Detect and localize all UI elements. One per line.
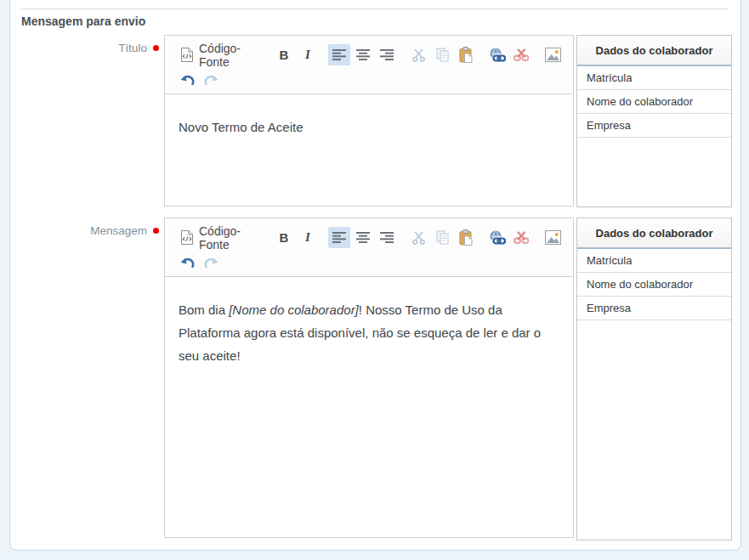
paste-icon [459,47,473,63]
italic-button[interactable]: I [297,44,319,65]
collaborator-panel-header: Dados do colaborador [577,36,731,66]
image-button[interactable] [542,227,564,248]
paste-button[interactable] [455,227,477,248]
mensagem-editor-content[interactable]: Bom dia [Nome do colaborador]! Nosso Ter… [165,277,573,537]
titulo-field-label: Título [118,42,147,54]
form-row-mensagem: Mensagem Código-Fonte B I [21,218,740,540]
align-right-icon [380,232,394,243]
copy-icon [436,230,449,245]
required-indicator [153,228,159,234]
align-left-button[interactable] [328,227,350,248]
italic-icon: I [305,48,310,62]
align-center-button[interactable] [352,227,374,248]
mensagem-field-label: Mensagem [90,224,147,237]
align-center-icon [356,232,371,243]
bold-icon: B [280,48,289,62]
unlink-button[interactable] [510,44,532,65]
redo-button[interactable] [200,70,222,91]
image-button[interactable] [542,44,564,65]
panel-row-matricula[interactable]: Matrícula [577,249,731,273]
bold-button[interactable]: B [273,227,295,248]
image-icon [545,230,561,245]
panel-row-matricula[interactable]: Matrícula [577,66,731,90]
section-title: Mensagem para envio [21,14,740,29]
image-icon [545,48,561,62]
undo-icon [179,74,196,87]
panel-row-empresa[interactable]: Empresa [577,114,731,138]
align-left-button[interactable] [328,44,350,65]
mensagem-richtext-editor: Código-Fonte B I [164,218,574,538]
source-code-icon [179,47,195,63]
required-indicator [153,45,159,51]
link-button[interactable] [486,227,508,248]
bold-icon: B [280,230,289,245]
titulo-editor-content[interactable]: Novo Termo de Aceite [165,94,573,206]
link-icon [489,48,506,62]
panel-row-empresa[interactable]: Empresa [577,297,731,320]
italic-button[interactable]: I [297,227,319,248]
link-button[interactable] [486,44,508,65]
toolbar-row-2 [175,252,565,274]
bold-button[interactable]: B [273,44,295,65]
paste-button[interactable] [455,44,477,65]
toolbar-row-1: Código-Fonte B I [175,41,565,69]
mensagem-editor-toolbar: Código-Fonte B I [165,218,573,277]
align-center-button[interactable] [352,44,374,65]
align-left-icon [332,49,347,60]
source-code-icon [179,229,195,246]
unlink-icon [514,48,529,62]
cut-button[interactable] [407,227,429,248]
paste-icon [459,229,473,246]
align-right-button[interactable] [376,44,398,65]
source-code-button[interactable]: Código-Fonte [176,227,264,248]
redo-icon [203,74,219,87]
mensagem-label-cell: Mensagem [21,222,164,239]
link-icon [489,230,506,245]
titulo-richtext-editor: Código-Fonte B I [164,35,574,206]
italic-icon: I [305,230,310,245]
panel-empty-area [577,320,731,540]
cut-icon [411,48,426,62]
source-code-label: Código-Fonte [199,42,260,69]
form-row-titulo: Título Código-Fonte B I [21,35,740,207]
copy-button[interactable] [431,227,453,248]
align-right-icon [380,49,394,60]
unlink-button[interactable] [510,227,532,248]
toolbar-row-2 [175,69,565,92]
undo-button[interactable] [176,252,198,274]
titulo-editor-toolbar: Código-Fonte B I [165,36,573,94]
panel-row-nome[interactable]: Nome do colaborador [577,90,731,114]
undo-icon [179,257,196,269]
unlink-icon [514,231,529,245]
mensagem-text-italic: [Nome do colaborador] [229,303,359,317]
copy-icon [436,48,449,62]
copy-button[interactable] [431,44,453,65]
mensagem-text-prefix: Bom dia [179,303,229,317]
collaborator-panel-header: Dados do colaborador [577,218,731,249]
source-code-button[interactable]: Código-Fonte [176,44,264,65]
cut-button[interactable] [407,44,429,65]
undo-button[interactable] [176,70,198,91]
cut-icon [411,231,426,245]
redo-button[interactable] [200,252,222,274]
redo-icon [203,257,219,269]
titulo-label-cell: Título [21,39,164,56]
align-right-button[interactable] [376,227,398,248]
panel-row-nome[interactable]: Nome do colaborador [577,273,731,297]
panel-empty-area [577,138,731,206]
collaborator-data-panel: Dados do colaborador Matrícula Nome do c… [576,35,732,207]
titulo-text-prefix: Novo Termo de Aceite [179,120,303,134]
source-code-label: Código-Fonte [199,224,260,252]
align-left-icon [332,232,347,243]
form-card: Mensagem para envio Título Código-Fonte … [9,0,741,551]
align-center-icon [356,49,371,60]
section-divider [21,8,729,9]
collaborator-data-panel: Dados do colaborador Matrícula Nome do c… [576,218,732,540]
toolbar-row-1: Código-Fonte B I [175,223,565,252]
